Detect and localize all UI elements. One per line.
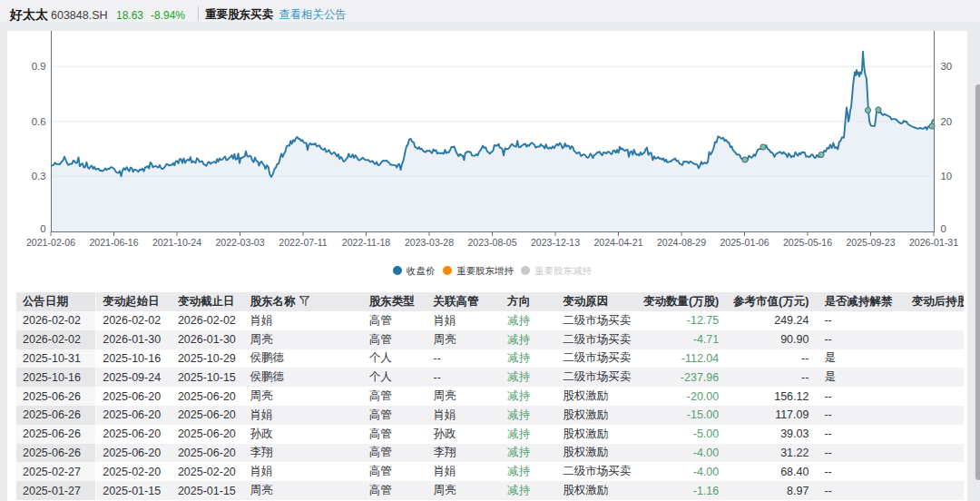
svg-text:30: 30 <box>941 61 953 72</box>
svg-text:2025-09-23: 2025-09-23 <box>846 237 895 248</box>
svg-text:2022-11-18: 2022-11-18 <box>342 237 391 248</box>
svg-text:2022-03-03: 2022-03-03 <box>215 237 264 248</box>
svg-text:2023-08-05: 2023-08-05 <box>467 237 516 248</box>
svg-text:20: 20 <box>941 116 953 127</box>
svg-text:2023-03-28: 2023-03-28 <box>405 237 454 248</box>
svg-text:10: 10 <box>941 171 953 182</box>
svg-text:0: 0 <box>941 223 946 234</box>
svg-text:2026-01-31: 2026-01-31 <box>909 237 958 248</box>
svg-text:2021-06-16: 2021-06-16 <box>89 237 138 248</box>
svg-text:2022-07-11: 2022-07-11 <box>279 237 328 248</box>
svg-text:2025-05-16: 2025-05-16 <box>783 237 832 248</box>
svg-text:2023-12-13: 2023-12-13 <box>531 237 580 248</box>
svg-text:0.9: 0.9 <box>32 61 46 72</box>
svg-text:2024-04-21: 2024-04-21 <box>593 237 642 248</box>
svg-text:0.6: 0.6 <box>32 116 46 127</box>
svg-text:0: 0 <box>40 223 45 234</box>
svg-text:2021-02-06: 2021-02-06 <box>26 237 75 248</box>
svg-text:2024-08-29: 2024-08-29 <box>657 237 706 248</box>
svg-text:2021-10-24: 2021-10-24 <box>152 237 201 248</box>
svg-text:0.3: 0.3 <box>32 171 46 182</box>
svg-text:2025-01-06: 2025-01-06 <box>720 237 769 248</box>
